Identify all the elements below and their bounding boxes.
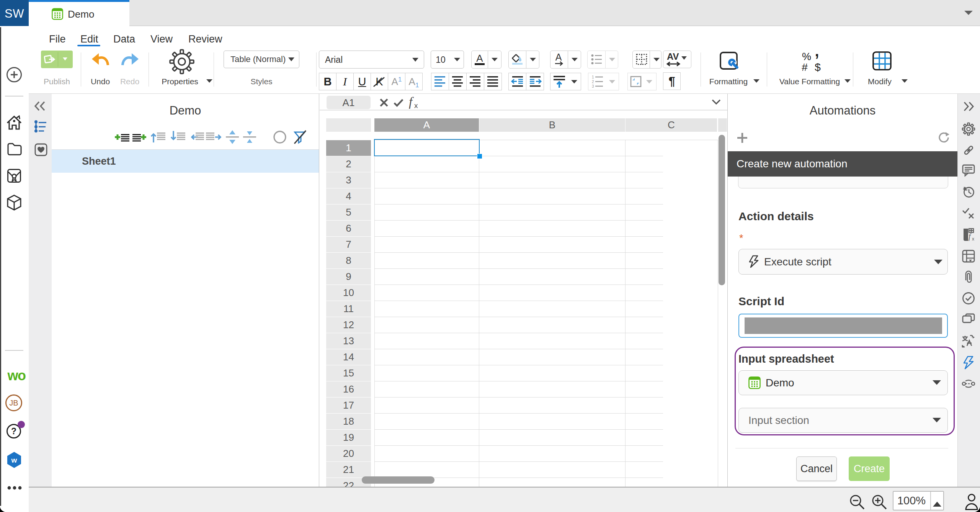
svg-text:1: 1	[592, 75, 594, 79]
svg-text:w: w	[11, 456, 17, 464]
svg-text:AV: AV	[667, 51, 679, 62]
svg-text:f: f	[969, 232, 972, 241]
svg-text:2: 2	[592, 80, 594, 84]
svg-text:x: x	[972, 236, 974, 242]
svg-text:A: A	[555, 52, 562, 62]
svg-text:3: 3	[592, 84, 594, 88]
svg-text:A: A	[476, 52, 483, 64]
